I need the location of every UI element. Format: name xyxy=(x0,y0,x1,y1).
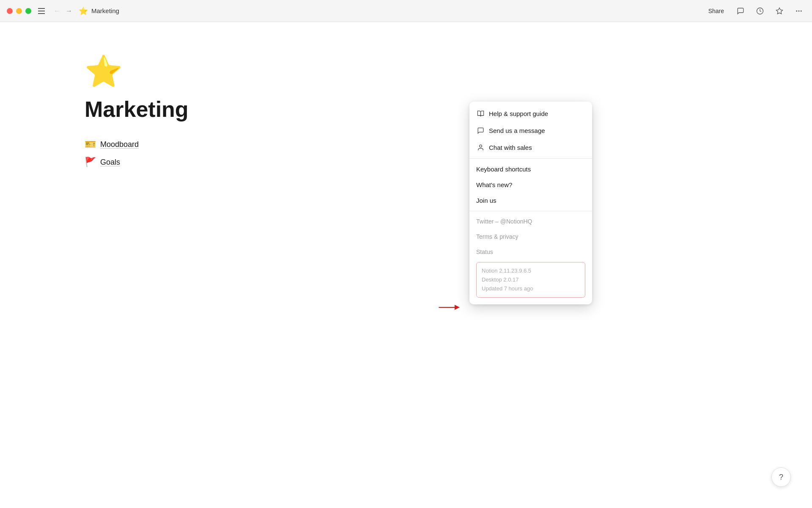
version-line2: Desktop 2.0.17 xyxy=(482,276,580,284)
titlebar-actions: Share xyxy=(705,5,805,17)
page-title: Marketing xyxy=(91,7,119,14)
menu-item-message[interactable]: Send us a message xyxy=(469,122,592,139)
page-heading: Marketing xyxy=(85,97,812,122)
svg-point-4 xyxy=(801,10,802,11)
dropdown-menu: Help & support guide Send us a message C… xyxy=(469,102,592,304)
menu-item-sales-label: Chat with sales xyxy=(489,144,532,151)
menu-item-terms[interactable]: Terms & privacy xyxy=(469,229,592,244)
svg-point-5 xyxy=(479,145,482,147)
svg-marker-1 xyxy=(776,8,783,14)
page-icon: ⭐ xyxy=(85,56,812,86)
comment-icon[interactable] xyxy=(734,5,747,17)
more-options-icon[interactable] xyxy=(793,5,805,17)
page-links: 🎫 Moodboard 🚩 Goals xyxy=(85,139,812,168)
back-button[interactable]: ← xyxy=(52,6,62,16)
goals-link[interactable]: Goals xyxy=(100,158,120,167)
menu-item-help[interactable]: Help & support guide xyxy=(469,105,592,122)
arrow-annotation xyxy=(436,299,461,318)
menu-item-join-label: Join us xyxy=(476,197,497,204)
menu-item-twitter-label: Twitter – @NotionHQ xyxy=(476,218,532,225)
menu-item-twitter[interactable]: Twitter – @NotionHQ xyxy=(469,214,592,229)
maximize-button[interactable] xyxy=(25,8,31,14)
traffic-lights xyxy=(7,8,31,14)
list-item[interactable]: 🚩 Goals xyxy=(85,157,812,168)
forward-button[interactable]: → xyxy=(64,6,74,16)
svg-point-2 xyxy=(796,10,797,11)
nav-arrows: ← → xyxy=(52,6,74,16)
moodboard-icon: 🎫 xyxy=(85,139,96,150)
menu-divider-1 xyxy=(469,158,592,159)
version-info-box: Notion 2.11.23.9.6.5 Desktop 2.0.17 Upda… xyxy=(476,262,585,298)
version-line3: Updated 7 hours ago xyxy=(482,284,580,293)
menu-item-message-label: Send us a message xyxy=(489,127,545,134)
svg-point-3 xyxy=(798,10,800,11)
page-title-bar: ⭐ Marketing xyxy=(79,6,705,16)
help-button[interactable]: ? xyxy=(771,467,791,487)
moodboard-link[interactable]: Moodboard xyxy=(100,140,139,149)
titlebar: ← → ⭐ Marketing Share xyxy=(0,0,812,22)
list-item[interactable]: 🎫 Moodboard xyxy=(85,139,812,150)
menu-item-shortcuts-label: Keyboard shortcuts xyxy=(476,166,531,173)
share-button[interactable]: Share xyxy=(705,6,727,16)
menu-item-sales[interactable]: Chat with sales xyxy=(469,139,592,156)
person-icon xyxy=(476,143,485,152)
minimize-button[interactable] xyxy=(16,8,22,14)
version-line1: Notion 2.11.23.9.6.5 xyxy=(482,267,580,276)
book-icon xyxy=(476,109,485,118)
menu-item-whats-new[interactable]: What's new? xyxy=(469,177,592,193)
menu-item-whats-new-label: What's new? xyxy=(476,181,512,188)
favorite-icon[interactable] xyxy=(773,5,786,17)
hamburger-menu-icon[interactable] xyxy=(38,6,47,16)
menu-item-shortcuts[interactable]: Keyboard shortcuts xyxy=(469,161,592,177)
menu-divider-2 xyxy=(469,211,592,211)
menu-item-join[interactable]: Join us xyxy=(469,193,592,208)
goals-icon: 🚩 xyxy=(85,157,96,168)
message-icon xyxy=(476,126,485,135)
history-icon[interactable] xyxy=(754,5,766,17)
menu-item-status-label: Status xyxy=(476,248,493,255)
menu-item-terms-label: Terms & privacy xyxy=(476,233,518,240)
page-icon-small: ⭐ xyxy=(79,6,88,16)
menu-item-help-label: Help & support guide xyxy=(489,110,548,117)
main-content: ⭐ Marketing 🎫 Moodboard 🚩 Goals xyxy=(0,22,812,168)
svg-marker-7 xyxy=(455,305,460,310)
menu-item-status[interactable]: Status xyxy=(469,244,592,260)
close-button[interactable] xyxy=(7,8,13,14)
